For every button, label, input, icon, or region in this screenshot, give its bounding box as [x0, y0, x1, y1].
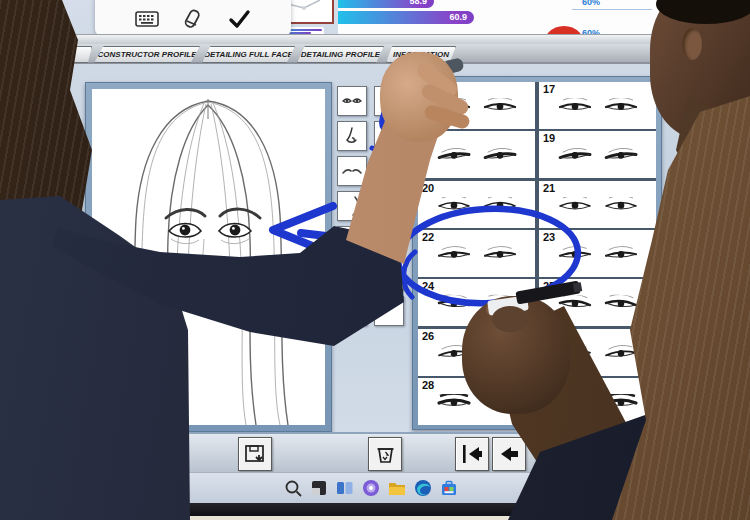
feature-button-right-5[interactable]: [374, 226, 404, 256]
feature-button-mouth[interactable]: [337, 261, 367, 291]
save-button[interactable]: [238, 437, 272, 471]
taskbar-chat-button[interactable]: [361, 478, 381, 498]
keyboard-icon: [135, 8, 159, 30]
eye-option-cell-28[interactable]: 28: [418, 378, 535, 425]
eye-option-number: 28: [422, 379, 434, 391]
feature-button-right-3[interactable]: [374, 156, 404, 186]
taskbar-task-view-button[interactable]: [335, 478, 355, 498]
eye-option-number: 26: [422, 330, 434, 342]
eye-option-number: 25: [543, 280, 555, 292]
windows-taskbar: [0, 472, 750, 503]
eye-option-number: 29: [543, 379, 555, 391]
eye-option-cell-25[interactable]: 25: [539, 279, 656, 326]
eye-pair-image: [418, 246, 535, 263]
go-first-icon: [461, 443, 484, 465]
eye-pair-image: [539, 394, 656, 411]
photos-icon: [310, 479, 328, 497]
eyebrows-icon: [341, 165, 363, 177]
eye-option-cell-27[interactable]: 27: [539, 329, 656, 376]
taskbar-edge-button[interactable]: [413, 478, 433, 498]
delete-icon: [374, 443, 397, 466]
feature-button-lips[interactable]: [337, 226, 367, 256]
feature-button-right-2[interactable]: [374, 121, 404, 151]
go-first-button[interactable]: [455, 437, 489, 471]
feature-button-ear[interactable]: [337, 296, 367, 326]
taskbar-store-button[interactable]: [439, 478, 459, 498]
eye-pair-image: [418, 197, 535, 214]
eye-pair-image: [539, 197, 656, 214]
mouth-icon: [342, 267, 362, 285]
background-wall: [0, 516, 750, 520]
eye-option-number: 19: [543, 132, 555, 144]
taskbar-search-button[interactable]: [283, 478, 303, 498]
feature-button-right-1[interactable]: [374, 86, 404, 116]
file-explorer-icon: [388, 479, 406, 497]
tab-constructor-profile[interactable]: CONSTRUCTOR PROFILE: [94, 46, 200, 63]
sketch-canvas[interactable]: [92, 89, 325, 425]
eye-pair-image: [418, 394, 535, 411]
eye-option-number: 21: [543, 182, 555, 194]
go-previous-icon: [498, 443, 520, 465]
feature-button-face-shape[interactable]: [337, 191, 367, 221]
task-view-icon: [336, 479, 354, 497]
tab-label: INFORMATION: [393, 50, 449, 59]
eraser-button[interactable]: [180, 7, 206, 31]
eye-catalog-panel: 1617181920212223242526272829: [412, 76, 662, 430]
face-sketch: [92, 89, 325, 425]
chat-icon: [362, 479, 380, 497]
window-chrome-edge: [0, 34, 750, 44]
person-right-head: [650, 0, 750, 138]
composite-sketch-panel: [85, 82, 332, 432]
go-previous-button[interactable]: [492, 437, 526, 471]
tab-label: DETAILING FULL FACE: [204, 50, 293, 59]
tab-label: CONSTRUCTOR PROFILE: [98, 50, 197, 59]
feature-button-eyebrows[interactable]: [337, 156, 367, 186]
eye-pair-image: [539, 345, 656, 362]
store-icon: [440, 479, 458, 497]
feature-button-right-4[interactable]: [374, 191, 404, 221]
eye-option-cell-21[interactable]: 21: [539, 181, 656, 228]
delete-button[interactable]: [368, 437, 402, 471]
eye-option-number: 16: [422, 83, 434, 95]
eye-pair-image: [418, 295, 535, 312]
face-shape-icon: [342, 196, 362, 216]
tab-label: AS: [63, 50, 74, 59]
eye-option-cell-29[interactable]: 29: [539, 378, 656, 425]
eyes-icon: [341, 95, 363, 107]
search-icon: [284, 479, 302, 497]
eye-option-cell-22[interactable]: 22: [418, 230, 535, 277]
tab-detailing-full-face[interactable]: DETAILING FULL FACE: [202, 46, 295, 63]
eye-option-cell-23[interactable]: 23: [539, 230, 656, 277]
eye-pair-image: [539, 98, 656, 115]
edge-icon: [414, 479, 432, 497]
eye-option-cell-19[interactable]: 19: [539, 131, 656, 178]
confirm-check-button[interactable]: [226, 7, 252, 31]
eye-option-cell-24[interactable]: 24: [418, 279, 535, 326]
keyboard-button[interactable]: [134, 7, 160, 31]
eye-option-number: 23: [543, 231, 555, 243]
lips-icon: [343, 235, 361, 247]
tab-as[interactable]: AS: [46, 46, 92, 63]
eye-option-number: 24: [422, 280, 434, 292]
feature-button-right-7[interactable]: [374, 296, 404, 326]
eye-option-number: 18: [422, 132, 434, 144]
dashboard-bar: 60.9: [338, 11, 474, 24]
floating-toolbar: [95, 0, 291, 36]
eye-pair-image: [418, 147, 535, 164]
taskbar-photos-button[interactable]: [309, 478, 329, 498]
eye-option-cell-18[interactable]: 18: [418, 131, 535, 178]
tab-strip: ASCONSTRUCTOR PROFILEDETAILING FULL FACE…: [0, 44, 750, 64]
feature-button-nose[interactable]: [337, 121, 367, 151]
confirm-check-icon: [228, 8, 251, 30]
feature-button-right-6[interactable]: [374, 261, 404, 291]
eye-option-number: 20: [422, 182, 434, 194]
eye-option-cell-20[interactable]: 20: [418, 181, 535, 228]
feature-button-eyes[interactable]: [337, 86, 367, 116]
eye-pair-image: [418, 345, 535, 362]
eye-option-cell-26[interactable]: 26: [418, 329, 535, 376]
tab-detailing-profile[interactable]: DETAILING PROFILE: [297, 46, 384, 63]
eye-option-cell-16[interactable]: 16: [418, 82, 535, 129]
eye-option-cell-17[interactable]: 17: [539, 82, 656, 129]
taskbar-file-explorer-button[interactable]: [387, 478, 407, 498]
tab-information[interactable]: INFORMATION: [386, 46, 456, 63]
